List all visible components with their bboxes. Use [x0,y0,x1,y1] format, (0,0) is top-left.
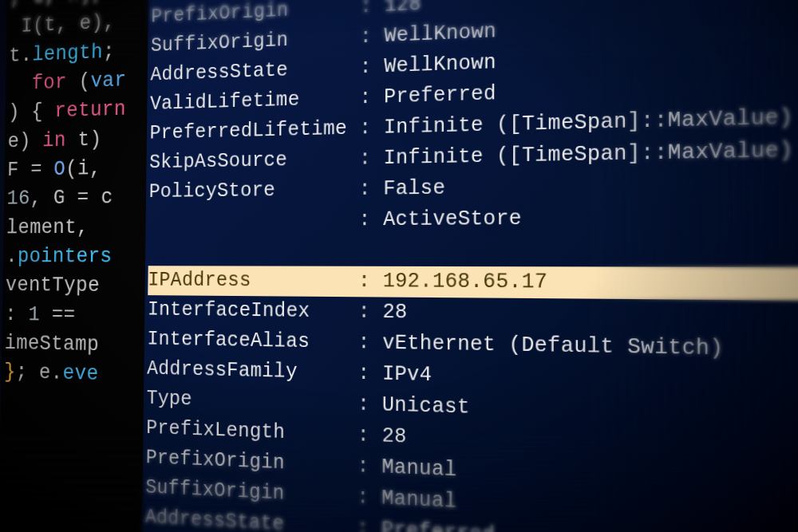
terminal-key: SkipAsSource [149,144,347,178]
code-token: imeStamp [5,332,100,357]
terminal-separator: : [347,116,384,140]
code-line: lement, [6,212,149,242]
terminal-separator: : [345,454,381,479]
terminal-value: ActiveStore [383,207,522,231]
code-token: = [30,158,54,181]
terminal-value: WellKnown [384,51,496,79]
code-editor-pane: , e, n), I(t, e),t.length; for (var) { r… [0,0,156,532]
terminal-value: IPv4 [382,362,433,387]
code-token: , [77,215,101,238]
code-token: eve [62,362,98,386]
screenshot-viewport: , e, n), I(t, e),t.length; for (var) { r… [0,0,798,532]
code-line: : 1 == [5,300,148,331]
terminal-separator: : [346,392,382,417]
code-token: == [52,303,76,326]
code-token: : [5,303,29,326]
terminal-key: IPAddress [148,266,346,297]
terminal-separator: : [348,25,385,49]
code-token: . [21,44,33,67]
terminal-value: 28 [381,424,406,449]
code-token: 16 [6,187,30,211]
code-line: }; e.eve [4,357,147,390]
code-token: . [6,245,18,267]
terminal-key: AddressFamily [147,354,346,389]
code-token: . [51,361,63,384]
terminal-separator: : [347,147,384,171]
terminal-separator: : [346,270,383,294]
code-token: , [103,11,115,34]
code-token: F [7,159,30,182]
code-token: ventType [6,274,100,297]
terminal-value: vEthernet (Default Switch) [382,331,724,361]
terminal-output-pane: PrefixLength : UnicastPrefixOrigin : 128… [141,0,798,532]
code-token: c [101,186,113,209]
terminal-value: Preferred [381,518,496,532]
code-token: e) [8,129,43,152]
terminal-value: WellKnown [384,20,496,48]
terminal-key [148,225,346,226]
code-token [9,73,32,96]
code-line: ) { return [8,94,150,128]
terminal-key: PolicyStore [149,175,347,207]
terminal-value: 28 [382,301,407,325]
code-token: t) [77,128,101,151]
code-line: e) in t) [7,124,149,156]
terminal-separator: : [345,516,381,532]
code-line: F = O(i, [7,153,149,185]
terminal-key: SuffixOrigin [145,473,345,513]
code-token: pointers [18,245,113,268]
terminal-separator: : [346,177,383,201]
code-token: in [42,128,78,152]
code-line: imeStamp [4,329,147,361]
code-token: , e, n) [10,0,92,10]
code-token: ( [78,70,90,93]
terminal-separator: : [346,361,382,386]
terminal-value: False [383,176,445,201]
code-token: ; [103,40,127,64]
terminal-key: InterfaceIndex [148,295,346,327]
terminal-key: PreferredLifetime [149,114,347,148]
terminal-separator: : [346,300,382,324]
terminal-separator: : [346,331,382,355]
code-token: for [32,70,79,94]
code-token: var [90,69,126,93]
code-token: } [4,361,16,384]
code-token: O [53,158,65,181]
code-token: = [77,187,101,210]
code-token: ) { [8,100,55,124]
perspective-scene: , e, n), I(t, e),t.length; for (var) { r… [0,0,798,532]
code-token: t [9,44,21,67]
code-line: for (var [9,65,151,99]
terminal-key: ValidLifetime [150,84,348,120]
terminal-value: 192.168.65.17 [383,270,548,294]
code-token: 1 [28,303,52,326]
terminal-key: InterfaceAlias [147,325,346,358]
code-token: , [92,0,104,6]
terminal-separator: : [346,208,383,232]
terminal-value: Infinite ([TimeSpan]::MaxValue) [383,138,793,170]
terminal-value: Manual [381,487,456,514]
terminal-row [148,234,798,267]
terminal-separator: : [345,485,381,510]
code-line: .pointers [6,242,148,271]
terminal-separator: : [348,0,385,19]
terminal-value: 128 [385,0,421,18]
terminal-value: Unicast [382,393,470,420]
terminal-separator: : [347,55,384,80]
code-token: ; e [16,361,51,385]
code-token: I(t, e) [10,11,104,38]
code-token: , G [30,187,77,210]
terminal-separator: : [347,85,384,109]
code-token: return [54,98,126,123]
code-line: ventType [6,271,148,301]
terminal-value: Preferred [384,82,496,109]
code-token: length [32,41,103,66]
terminal-separator: : [345,423,381,447]
code-token: lement [6,216,77,239]
code-token: (i, [65,157,113,181]
terminal-value: Manual [381,455,456,483]
code-line: 16, G = c [6,183,149,214]
terminal-row: : ActiveStore [148,200,798,237]
